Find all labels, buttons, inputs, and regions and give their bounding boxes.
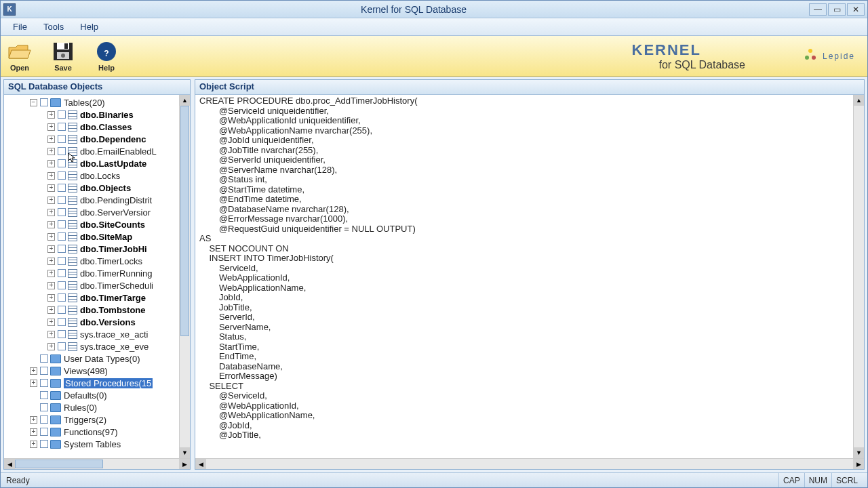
expand-icon[interactable]: + bbox=[47, 184, 55, 192]
checkbox[interactable] bbox=[58, 147, 66, 155]
tree-node[interactable]: +System Tables bbox=[4, 438, 179, 450]
expand-icon[interactable]: + bbox=[47, 282, 55, 289]
scroll-left-icon[interactable]: ◀ bbox=[195, 459, 206, 469]
checkbox[interactable] bbox=[58, 330, 66, 338]
minimize-button[interactable]: — bbox=[809, 3, 827, 16]
expand-icon[interactable]: + bbox=[47, 172, 55, 180]
expand-icon[interactable]: + bbox=[47, 111, 55, 119]
maximize-button[interactable]: ▭ bbox=[828, 3, 846, 16]
tree-node[interactable]: +dbo.SiteCounts bbox=[4, 218, 179, 230]
menu-help[interactable]: Help bbox=[73, 20, 105, 34]
expand-icon[interactable]: + bbox=[47, 233, 55, 241]
scroll-down-icon[interactable]: ▼ bbox=[180, 447, 190, 458]
checkbox[interactable] bbox=[40, 391, 48, 399]
tree-node[interactable]: User Data Types(0) bbox=[4, 352, 179, 365]
tree-node[interactable]: +Functions(97) bbox=[4, 426, 179, 438]
checkbox[interactable] bbox=[40, 354, 48, 363]
expand-icon[interactable]: + bbox=[47, 160, 55, 167]
expand-icon[interactable]: + bbox=[47, 221, 55, 228]
tree-node[interactable]: +dbo.TimerScheduli bbox=[4, 279, 179, 291]
menu-file[interactable]: File bbox=[6, 20, 34, 34]
collapse-icon[interactable]: − bbox=[30, 99, 37, 106]
expand-icon[interactable]: + bbox=[47, 258, 55, 265]
checkbox[interactable] bbox=[58, 159, 66, 167]
checkbox[interactable] bbox=[58, 184, 66, 192]
tree-node[interactable]: +Stored Procedures(15 bbox=[4, 377, 179, 389]
expand-icon[interactable]: + bbox=[47, 319, 55, 326]
help-button[interactable]: ? Help bbox=[94, 41, 119, 72]
scroll-right-icon[interactable]: ▶ bbox=[179, 459, 190, 469]
tree-node[interactable]: +dbo.ServerVersior bbox=[4, 206, 179, 218]
checkbox[interactable] bbox=[40, 98, 48, 106]
tree-node[interactable]: Rules(0) bbox=[4, 401, 179, 413]
script-text[interactable]: CREATE PROCEDURE dbo.proc_AddTimerJobHis… bbox=[195, 95, 853, 458]
scroll-left-icon[interactable]: ◀ bbox=[4, 459, 15, 469]
scroll-right-icon[interactable]: ▶ bbox=[853, 459, 864, 469]
checkbox[interactable] bbox=[40, 428, 48, 436]
tree-node[interactable]: +dbo.SiteMap bbox=[4, 230, 179, 243]
expand-icon[interactable]: + bbox=[47, 294, 55, 302]
checkbox[interactable] bbox=[58, 257, 66, 265]
checkbox[interactable] bbox=[58, 171, 66, 180]
expand-icon[interactable]: + bbox=[47, 331, 55, 338]
tree-node[interactable]: +dbo.EmailEnabledL bbox=[4, 145, 179, 157]
checkbox[interactable] bbox=[40, 415, 48, 424]
tree-node[interactable]: −Tables(20) bbox=[4, 96, 179, 108]
expand-icon[interactable]: + bbox=[47, 343, 55, 350]
expand-icon[interactable]: + bbox=[47, 306, 55, 314]
expand-icon[interactable]: + bbox=[47, 148, 55, 155]
tree-view[interactable]: −Tables(20)+dbo.Binaries+dbo.Classes+dbo… bbox=[4, 95, 179, 458]
checkbox[interactable] bbox=[58, 245, 66, 253]
checkbox[interactable] bbox=[58, 208, 66, 216]
close-button[interactable]: ✕ bbox=[847, 3, 865, 16]
scroll-up-icon[interactable]: ▲ bbox=[180, 95, 190, 106]
menu-tools[interactable]: Tools bbox=[37, 20, 71, 34]
checkbox[interactable] bbox=[58, 269, 66, 277]
tree-node[interactable]: +dbo.Locks bbox=[4, 169, 179, 182]
tree-node[interactable]: +dbo.Dependenc bbox=[4, 133, 179, 145]
script-vertical-scrollbar[interactable]: ▲ ▼ bbox=[853, 95, 864, 458]
tree-node[interactable]: +dbo.TimerLocks bbox=[4, 255, 179, 267]
scroll-down-icon[interactable]: ▼ bbox=[854, 447, 864, 458]
expand-icon[interactable]: + bbox=[47, 209, 55, 216]
tree-node[interactable]: +sys.trace_xe_eve bbox=[4, 340, 179, 352]
tree-node[interactable]: +dbo.Versions bbox=[4, 316, 179, 328]
checkbox[interactable] bbox=[58, 342, 66, 350]
tree-node[interactable]: +Triggers(2) bbox=[4, 413, 179, 426]
expand-icon[interactable]: + bbox=[30, 416, 37, 424]
script-horizontal-scrollbar[interactable]: ◀ ▶ bbox=[195, 458, 864, 469]
tree-node[interactable]: +Views(498) bbox=[4, 365, 179, 377]
expand-icon[interactable]: + bbox=[47, 123, 55, 131]
checkbox[interactable] bbox=[58, 232, 66, 241]
checkbox[interactable] bbox=[58, 220, 66, 228]
tree-node[interactable]: +dbo.Tombstone bbox=[4, 304, 179, 316]
tree-node[interactable]: +dbo.TimerJobHi bbox=[4, 243, 179, 255]
checkbox[interactable] bbox=[40, 403, 48, 411]
tree-vertical-scrollbar[interactable]: ▲ ▼ bbox=[179, 95, 190, 458]
scroll-thumb-h[interactable] bbox=[15, 460, 103, 468]
expand-icon[interactable]: + bbox=[30, 367, 37, 375]
tree-node[interactable]: +dbo.Classes bbox=[4, 121, 179, 133]
open-button[interactable]: Open bbox=[7, 41, 32, 72]
expand-icon[interactable]: + bbox=[47, 197, 55, 204]
checkbox[interactable] bbox=[58, 135, 66, 143]
checkbox[interactable] bbox=[58, 196, 66, 204]
tree-node[interactable]: +dbo.PendingDistrit bbox=[4, 194, 179, 206]
checkbox[interactable] bbox=[58, 281, 66, 289]
save-button[interactable]: Save bbox=[51, 41, 75, 72]
tree-node[interactable]: +dbo.LastUpdate bbox=[4, 157, 179, 169]
expand-icon[interactable]: + bbox=[47, 270, 55, 277]
checkbox[interactable] bbox=[40, 367, 48, 375]
checkbox[interactable] bbox=[58, 123, 66, 131]
expand-icon[interactable]: + bbox=[30, 380, 37, 387]
checkbox[interactable] bbox=[58, 110, 66, 119]
scroll-thumb[interactable] bbox=[180, 106, 189, 336]
checkbox[interactable] bbox=[58, 293, 66, 302]
expand-icon[interactable]: + bbox=[47, 136, 55, 143]
checkbox[interactable] bbox=[58, 318, 66, 326]
scroll-up-icon[interactable]: ▲ bbox=[854, 95, 864, 106]
tree-node[interactable]: +dbo.Binaries bbox=[4, 108, 179, 121]
tree-node[interactable]: +dbo.Objects bbox=[4, 182, 179, 194]
tree-horizontal-scrollbar[interactable]: ◀ ▶ bbox=[4, 458, 190, 469]
tree-node[interactable]: +dbo.TimerTarge bbox=[4, 291, 179, 304]
